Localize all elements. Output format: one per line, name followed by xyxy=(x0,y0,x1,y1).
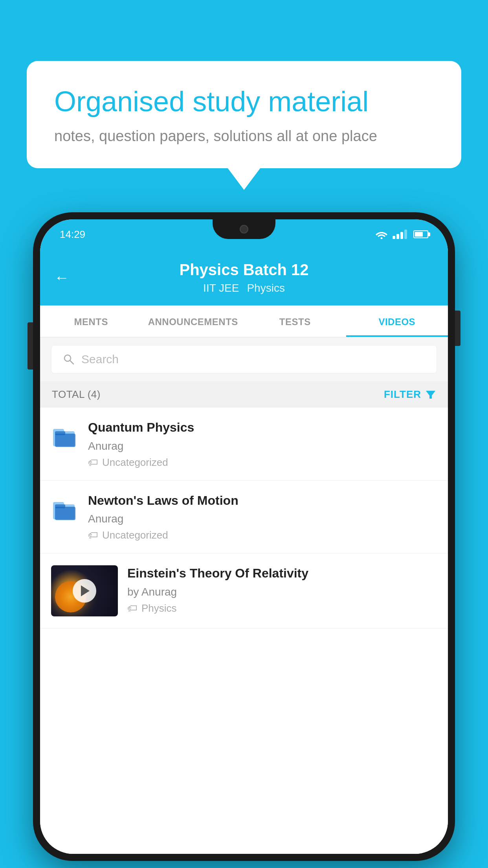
speech-bubble: Organised study material notes, question… xyxy=(27,61,461,168)
status-bar: 14:29 xyxy=(40,219,448,249)
speech-bubble-container: Organised study material notes, question… xyxy=(27,61,461,168)
video-author: by Anurag xyxy=(127,586,437,598)
tabs-bar: MENTS ANNOUNCEMENTS TESTS VIDEOS xyxy=(40,305,448,337)
screen-content: 14:29 xyxy=(40,219,448,854)
svg-rect-7 xyxy=(55,431,65,435)
video-title: Newton's Laws of Motion xyxy=(88,493,437,509)
svg-rect-11 xyxy=(55,504,65,508)
tab-tests[interactable]: TESTS xyxy=(244,305,346,337)
svg-rect-6 xyxy=(55,434,75,447)
status-time: 14:29 xyxy=(60,228,85,241)
total-label: TOTAL (4) xyxy=(52,388,101,401)
video-title: Einstein's Theory Of Relativity xyxy=(127,565,437,582)
filter-bar: TOTAL (4) FILTER xyxy=(40,381,448,408)
signal-icon xyxy=(393,230,407,239)
camera-dot xyxy=(240,225,248,234)
phone-mockup: 14:29 xyxy=(33,212,455,861)
video-thumbnail xyxy=(51,565,118,616)
search-bar[interactable]: Search xyxy=(51,345,437,373)
tab-ments[interactable]: MENTS xyxy=(40,305,142,337)
filter-button[interactable]: FILTER xyxy=(384,388,436,401)
bubble-subtitle: notes, question papers, solutions all at… xyxy=(54,128,434,145)
play-triangle-icon xyxy=(81,585,90,596)
video-tag: 🏷 Physics xyxy=(127,602,437,614)
header-subtitle-iitjee: IIT JEE xyxy=(203,282,239,294)
video-title: Quantum Physics xyxy=(88,419,437,436)
video-author: Anurag xyxy=(88,440,437,452)
tag-icon: 🏷 xyxy=(88,456,98,469)
header-subtitle-physics: Physics xyxy=(247,282,284,294)
video-author: Anurag xyxy=(88,513,437,525)
phone-screen: 14:29 xyxy=(40,219,448,854)
folder-icon xyxy=(51,496,79,523)
tab-announcements[interactable]: ANNOUNCEMENTS xyxy=(142,305,244,337)
folder-icon xyxy=(51,423,79,450)
tag-icon: 🏷 xyxy=(88,529,98,541)
video-info: Einstein's Theory Of Relativity by Anura… xyxy=(127,565,437,614)
app-header: ← Physics Batch 12 IIT JEE Physics xyxy=(40,249,448,305)
tag-label: Uncategorized xyxy=(102,529,168,541)
notch xyxy=(213,219,275,239)
wifi-icon xyxy=(375,230,388,239)
filter-icon xyxy=(425,389,436,400)
svg-marker-3 xyxy=(426,391,435,399)
video-info: Newton's Laws of Motion Anurag 🏷 Uncateg… xyxy=(88,493,437,542)
tag-label: Physics xyxy=(141,602,177,614)
video-list: Quantum Physics Anurag 🏷 Uncategorized xyxy=(40,408,448,854)
bubble-title: Organised study material xyxy=(54,85,434,118)
list-item[interactable]: Quantum Physics Anurag 🏷 Uncategorized xyxy=(40,408,448,481)
video-tag: 🏷 Uncategorized xyxy=(88,456,437,469)
search-input[interactable]: Search xyxy=(81,353,119,366)
svg-point-0 xyxy=(381,237,383,239)
list-item[interactable]: Einstein's Theory Of Relativity by Anura… xyxy=(40,554,448,629)
phone-outer: 14:29 xyxy=(33,212,455,861)
search-container: Search xyxy=(40,337,448,381)
tab-videos[interactable]: VIDEOS xyxy=(346,305,448,337)
svg-rect-10 xyxy=(55,507,75,520)
tag-icon: 🏷 xyxy=(127,602,138,614)
tag-label: Uncategorized xyxy=(102,456,168,469)
list-item[interactable]: Newton's Laws of Motion Anurag 🏷 Uncateg… xyxy=(40,481,448,554)
header-subtitle: IIT JEE Physics xyxy=(203,282,285,294)
search-icon xyxy=(62,353,75,366)
video-info: Quantum Physics Anurag 🏷 Uncategorized xyxy=(88,419,437,469)
back-button[interactable]: ← xyxy=(54,269,69,286)
battery-icon xyxy=(413,230,428,238)
svg-line-2 xyxy=(70,360,73,364)
video-tag: 🏷 Uncategorized xyxy=(88,529,437,541)
header-title: Physics Batch 12 xyxy=(179,261,308,279)
status-icons xyxy=(375,230,428,239)
play-button[interactable] xyxy=(73,579,96,603)
